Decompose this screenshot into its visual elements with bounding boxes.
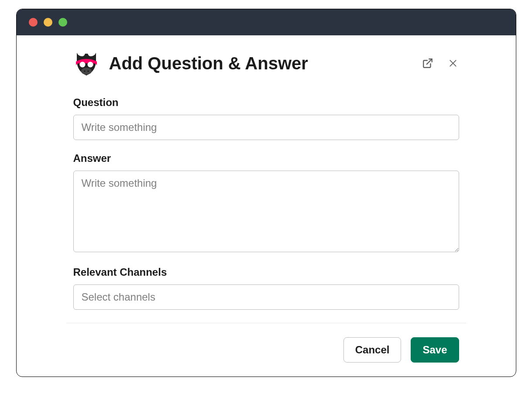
answer-label: Answer (73, 152, 459, 164)
question-label: Question (73, 96, 459, 109)
cancel-button[interactable]: Cancel (343, 337, 402, 363)
answer-field-group: Answer (73, 152, 459, 254)
modal-window: Add Question & Answer Qu (16, 9, 516, 377)
modal-header: Add Question & Answer (73, 50, 459, 76)
open-external-icon[interactable] (422, 57, 434, 69)
svg-point-1 (87, 62, 93, 68)
modal-title: Add Question & Answer (109, 54, 412, 73)
close-icon[interactable] (447, 57, 459, 69)
question-input[interactable] (73, 115, 459, 140)
question-field-group: Question (73, 96, 459, 140)
header-actions (422, 57, 459, 69)
answer-input[interactable] (73, 171, 459, 252)
window-titlebar (17, 9, 516, 35)
app-logo-icon (73, 50, 100, 76)
channels-select[interactable] (73, 284, 459, 310)
svg-point-4 (87, 70, 89, 72)
channels-field-group: Relevant Channels (73, 266, 459, 310)
window-minimize-traffic-light[interactable] (44, 18, 52, 27)
save-button[interactable]: Save (411, 337, 459, 363)
window-close-traffic-light[interactable] (29, 18, 38, 27)
channels-label: Relevant Channels (73, 266, 459, 278)
svg-point-0 (79, 62, 85, 68)
window-maximize-traffic-light[interactable] (58, 18, 67, 27)
modal-content: Add Question & Answer Qu (17, 35, 516, 323)
modal-footer: Cancel Save (17, 323, 516, 377)
svg-line-5 (426, 59, 432, 64)
svg-point-2 (81, 68, 92, 75)
svg-point-3 (84, 70, 85, 72)
